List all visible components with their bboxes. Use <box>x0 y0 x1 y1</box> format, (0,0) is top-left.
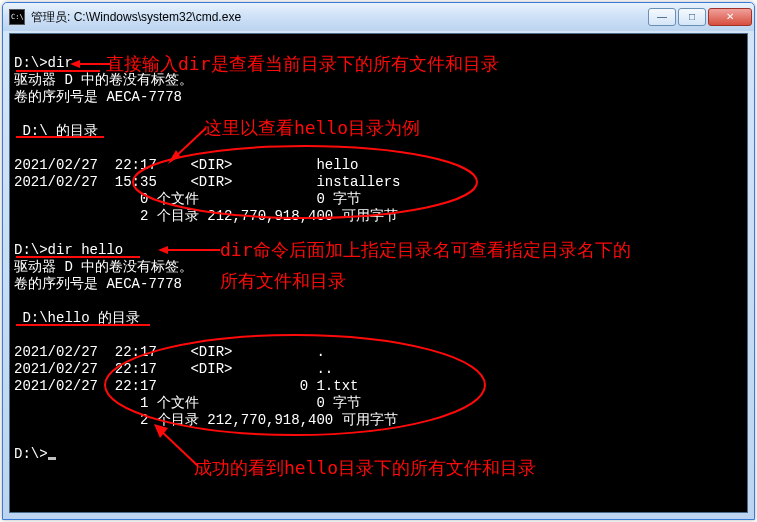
maximize-button[interactable]: □ <box>678 8 706 26</box>
line: 2021/02/27 22:17 <DIR> hello <box>14 157 358 173</box>
window-frame: 管理员: C:\Windows\system32\cmd.exe — □ ✕ D… <box>2 2 755 520</box>
cmd-icon <box>9 9 25 25</box>
cursor-icon <box>48 457 56 460</box>
line: D:\hello 的目录 <box>14 310 140 326</box>
minimize-button[interactable]: — <box>648 8 676 26</box>
line: 2021/02/27 15:35 <DIR> installers <box>14 174 400 190</box>
line: 卷的序列号是 AECA-7778 <box>14 276 182 292</box>
line: 卷的序列号是 AECA-7778 <box>14 89 182 105</box>
line: 驱动器 D 中的卷没有标签。 <box>14 259 193 275</box>
line: 1 个文件 0 字节 <box>14 395 361 411</box>
line: D:\ 的目录 <box>14 123 98 139</box>
close-button[interactable]: ✕ <box>708 8 752 26</box>
console-output: D:\>dir 驱动器 D 中的卷没有标签。 卷的序列号是 AECA-7778 … <box>10 34 747 463</box>
line: 0 个文件 0 字节 <box>14 191 361 207</box>
line: 驱动器 D 中的卷没有标签。 <box>14 72 193 88</box>
line: 2021/02/27 22:17 0 1.txt <box>14 378 358 394</box>
titlebar[interactable]: 管理员: C:\Windows\system32\cmd.exe — □ ✕ <box>3 3 754 31</box>
window-title: 管理员: C:\Windows\system32\cmd.exe <box>31 9 646 26</box>
line: 2021/02/27 22:17 <DIR> .. <box>14 361 333 377</box>
prompt-line: D:\>dir <box>14 55 73 71</box>
prompt-line: D:\> <box>14 446 48 462</box>
line: 2021/02/27 22:17 <DIR> . <box>14 344 325 360</box>
console-client[interactable]: D:\>dir 驱动器 D 中的卷没有标签。 卷的序列号是 AECA-7778 … <box>9 33 748 513</box>
line: 2 个目录 212,770,918,400 可用字节 <box>14 208 398 224</box>
prompt-line: D:\>dir hello <box>14 242 123 258</box>
line: 2 个目录 212,770,918,400 可用字节 <box>14 412 398 428</box>
window-buttons: — □ ✕ <box>646 8 752 26</box>
